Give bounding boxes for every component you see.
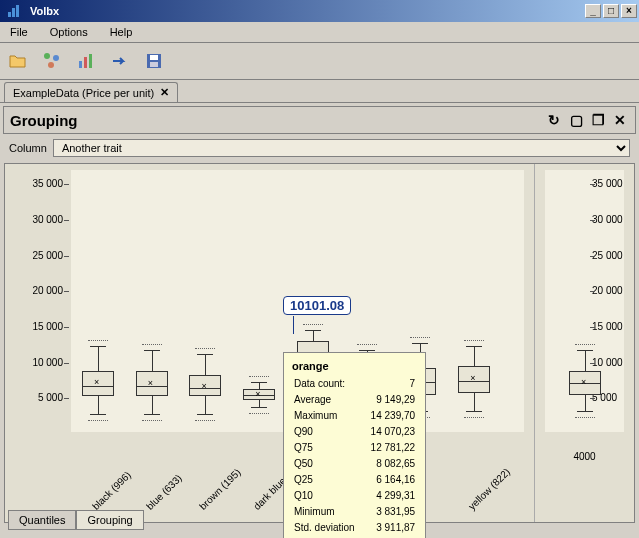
value-bubble: 10101.08 (283, 296, 351, 315)
close-panel-icon[interactable]: ✕ (611, 111, 629, 129)
toolbar (0, 43, 639, 80)
svg-rect-6 (79, 61, 82, 68)
tab-close-icon[interactable]: ✕ (160, 86, 169, 99)
panel-title: Grouping (10, 112, 541, 129)
tab-grouping[interactable]: Grouping (76, 510, 143, 530)
chart-area: 35 00030 00025 00020 00015 00010 0005 00… (4, 163, 635, 523)
document-tab-bar: ExampleData (Price per unit) ✕ (0, 80, 639, 103)
duplicate-icon[interactable]: ❐ (589, 111, 607, 129)
svg-point-5 (48, 62, 54, 68)
maximize-button[interactable]: □ (603, 4, 619, 18)
menu-options[interactable]: Options (46, 24, 92, 40)
svg-point-4 (53, 55, 59, 61)
chart-button[interactable] (72, 47, 100, 75)
column-select[interactable]: Another trait (53, 139, 630, 157)
column-selector-row: Column Another trait (3, 137, 636, 159)
category-label: black (996) (90, 469, 133, 512)
svg-rect-10 (150, 55, 158, 60)
app-icon (6, 3, 22, 19)
tooltip-title: orange (292, 359, 417, 373)
svg-rect-11 (150, 62, 158, 67)
export-button[interactable] (106, 47, 134, 75)
svg-rect-2 (16, 5, 19, 17)
refresh-icon[interactable]: ↻ (545, 111, 563, 129)
category-label: yellow (822) (466, 466, 512, 512)
svg-rect-7 (84, 57, 87, 68)
menu-file[interactable]: File (6, 24, 32, 40)
window-title: Volbx (26, 5, 585, 17)
main-plot[interactable]: 35 00030 00025 00020 00015 00010 0005 00… (5, 164, 534, 522)
svg-rect-0 (8, 12, 11, 17)
tab-quantiles[interactable]: Quantiles (8, 510, 76, 530)
category-label: blue (633) (144, 472, 184, 512)
column-label: Column (9, 142, 47, 154)
document-tab[interactable]: ExampleData (Price per unit) ✕ (4, 82, 178, 102)
summary-plot[interactable]: 35 00030 00025 00020 00015 00010 0005 00… (534, 164, 634, 522)
new-page-icon[interactable]: ▢ (567, 111, 585, 129)
bottom-tab-bar: Quantiles Grouping (8, 510, 144, 530)
svg-rect-1 (12, 8, 15, 17)
svg-point-3 (44, 53, 50, 59)
open-button[interactable] (4, 47, 32, 75)
panel-header: Grouping ↻ ▢ ❐ ✕ (3, 106, 636, 134)
category-label: brown (195) (198, 466, 244, 512)
minimize-button[interactable]: _ (585, 4, 601, 18)
menu-help[interactable]: Help (106, 24, 137, 40)
menu-bar: File Options Help (0, 22, 639, 43)
filter-button[interactable] (38, 47, 66, 75)
summary-x-label: 4000 (535, 451, 634, 462)
save-button[interactable] (140, 47, 168, 75)
title-bar: Volbx _ □ × (0, 0, 639, 22)
svg-rect-8 (89, 54, 92, 68)
tooltip: orange Data count:7Average9 149,29Maximu… (283, 352, 426, 538)
close-window-button[interactable]: × (621, 4, 637, 18)
tab-label: ExampleData (Price per unit) (13, 87, 154, 99)
